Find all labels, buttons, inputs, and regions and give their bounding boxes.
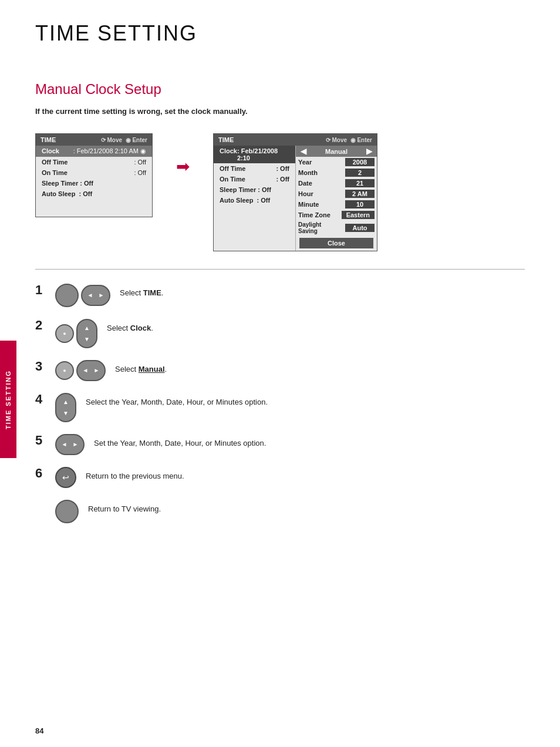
hour-value: 2 AM <box>345 190 375 198</box>
step-6-number: 6 <box>35 467 46 480</box>
step-2-number: 2 <box>35 319 46 332</box>
step-5-row: 5 ◄ ► Set the Year, Month, Date, Hour, o… <box>35 434 525 455</box>
manual-arrow-left: ◀ <box>301 147 306 156</box>
step-7-row: Return to TV viewing. <box>35 500 525 523</box>
menu-panel-left: TIME ⟳ Move ◉ Enter Clock : Feb/21/2008 … <box>35 133 153 217</box>
offtime-val-left: : Off <box>134 159 146 166</box>
step-6-row: 6 ↩ Return to the previous menu. <box>35 467 525 488</box>
step-6-back-btn: ↩ <box>55 467 76 488</box>
step-5-icon: ◄ ► <box>55 434 85 455</box>
step-2-icon: ● ▲ ▼ <box>55 319 97 348</box>
step-5-btn-oval: ◄ ► <box>55 434 85 455</box>
daylight-label: DaylightSaving <box>298 221 345 234</box>
right-clock-val: : Feb/21/2008 2:10 <box>237 147 289 161</box>
page-number: 84 <box>35 726 43 735</box>
menu-right-icons: ⟳ Move ◉ Enter <box>326 137 372 143</box>
step-4-arrow-up: ▲ <box>63 399 69 405</box>
right-ontime-val: : Off <box>276 176 289 183</box>
right-row-autosleep: Auto Sleep : Off <box>214 195 295 206</box>
right-right-col: ◀ Manual ▶ Year 2008 Month 2 Date <box>296 146 377 251</box>
step-3-icon: ● ◄ ► <box>55 360 106 381</box>
value-row-daylight: DaylightSaving Auto <box>296 220 377 235</box>
menu-row-offtime-left: Off Time : Off <box>36 157 152 167</box>
offtime-key-left: Off Time <box>42 159 68 166</box>
step-1-btn-oval: ◄ ► <box>81 285 110 306</box>
menu-right-title: TIME <box>218 136 234 143</box>
main-content: Manual Clock Setup If the current time s… <box>0 81 560 558</box>
right-row-offtime: Off Time : Off <box>214 163 295 174</box>
step-5-number: 5 <box>35 434 46 447</box>
value-row-minute: Minute 10 <box>296 199 377 210</box>
step-7-icon <box>55 500 79 523</box>
step-2-arrow-down: ▼ <box>84 337 90 342</box>
value-row-year: Year 2008 <box>296 157 377 167</box>
step-1-arrow-left: ◄ <box>87 292 93 298</box>
value-row-month: Month 2 <box>296 167 377 178</box>
step-2-btn-circle: ● <box>55 324 74 343</box>
year-label: Year <box>298 159 345 166</box>
step-1-arrow-right: ► <box>99 292 104 298</box>
right-ontime-key: On Time <box>220 176 245 183</box>
value-row-date: Date 21 <box>296 178 377 189</box>
step-2-row: 2 ● ▲ ▼ Select Clock. <box>35 319 525 348</box>
daylight-value: Auto <box>345 224 375 232</box>
step-7-btn-circle <box>55 500 79 523</box>
steps-area: 1 ◄ ► Select TIME. 2 ● ▲ ▼ Select Clock. <box>35 284 525 523</box>
right-row-sleep: Sleep Timer : Off <box>214 184 295 195</box>
ontime-key-left: On Time <box>42 169 68 176</box>
month-label: Month <box>298 169 345 176</box>
menu-panel-left-header: TIME ⟳ Move ◉ Enter <box>36 134 152 146</box>
hour-label: Hour <box>298 190 345 197</box>
step-1-text: Select TIME. <box>120 284 163 299</box>
timezone-value: Eastern <box>342 211 375 219</box>
manual-label: Manual <box>325 148 348 155</box>
step-3-arrow-right: ► <box>94 368 100 374</box>
menu-row-sleep-left: Sleep Timer : Off <box>36 178 152 189</box>
step-2-btn-oval: ▲ ▼ <box>76 319 97 348</box>
step-3-arrow-left: ◄ <box>83 368 89 374</box>
menu-left-icons: ⟳ Move ◉ Enter <box>101 137 147 143</box>
divider <box>35 269 525 270</box>
step-4-icon: ▲ ▼ <box>55 393 76 422</box>
ontime-val-left: : Off <box>134 169 146 176</box>
menu-left-title: TIME <box>41 136 56 143</box>
step-3-btn-circle: ● <box>55 361 74 380</box>
page-title: TIME SETTING <box>0 0 560 46</box>
right-content: Clock : Feb/21/2008 2:10 Off Time : Off … <box>214 146 377 251</box>
step-3-number: 3 <box>35 360 46 373</box>
menu-row-autosleep-left: Auto Sleep : Off <box>36 189 152 199</box>
demo-area: TIME ⟳ Move ◉ Enter Clock : Feb/21/2008 … <box>35 133 525 251</box>
sidebar-label: TIME SETTING <box>0 341 16 458</box>
right-offtime-val: : Off <box>276 165 289 172</box>
step-7-number <box>35 500 46 513</box>
section-heading: Manual Clock Setup <box>35 81 525 97</box>
value-row-hour: Hour 2 AM <box>296 189 377 199</box>
step-5-arrow-right: ► <box>73 442 79 447</box>
clock-key-left: Clock <box>42 147 59 155</box>
sidebar-label-text: TIME SETTING <box>5 370 12 429</box>
step-4-btn-oval: ▲ ▼ <box>55 393 76 422</box>
menu-row-clock-left: Clock : Feb/21/2008 2:10 AM ◉ <box>36 146 152 157</box>
right-row-clock: Clock : Feb/21/2008 2:10 <box>214 146 295 163</box>
minute-value: 10 <box>345 200 375 208</box>
right-clock-key: Clock <box>220 147 237 161</box>
timezone-label: Time Zone <box>298 211 342 218</box>
step-2-text: Select Clock. <box>107 319 153 334</box>
menu-panel-right-header: TIME ⟳ Move ◉ Enter <box>214 134 377 146</box>
year-value: 2008 <box>345 158 375 166</box>
section-description: If the current time setting is wrong, se… <box>35 107 525 116</box>
step-6-text: Return to the previous menu. <box>86 467 184 482</box>
date-label: Date <box>298 180 345 187</box>
step-3-btn-oval: ◄ ► <box>76 360 106 381</box>
menu-panel-right: TIME ⟳ Move ◉ Enter Clock : Feb/21/2008 … <box>213 133 377 251</box>
step-3-text: Select Manual. <box>115 360 167 375</box>
step-1-btn-circle <box>55 284 79 307</box>
step-6-icon: ↩ <box>55 467 76 488</box>
step-5-arrow-left: ◄ <box>62 442 68 447</box>
step-7-text: Return to TV viewing. <box>88 500 161 515</box>
step-5-text: Set the Year, Month, Date, Hour, or Minu… <box>94 434 266 449</box>
arrow-separator: ➡ <box>176 133 190 176</box>
right-offtime-key: Off Time <box>220 165 245 172</box>
step-4-row: 4 ▲ ▼ Select the Year, Month, Date, Hour… <box>35 393 525 422</box>
close-button[interactable]: Close <box>299 238 373 248</box>
